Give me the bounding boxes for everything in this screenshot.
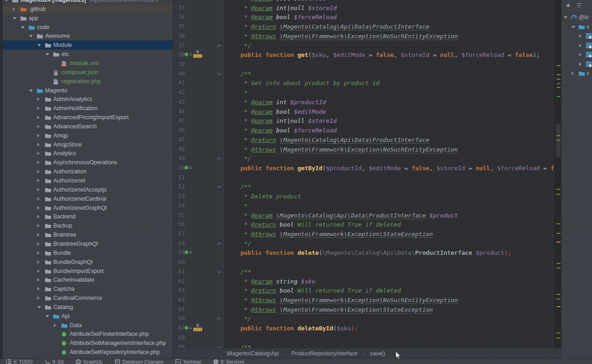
- tree-item-data[interactable]: Data: [3, 321, 173, 330]
- tree-item-analytics[interactable]: Analytics: [3, 149, 173, 158]
- code-line-60[interactable]: 60: [173, 258, 555, 267]
- tree-item-backend[interactable]: Backend: [3, 212, 173, 221]
- code-line-65[interactable]: 65 * @throws \Magento\Framework\Exceptio…: [173, 305, 555, 314]
- implemented-method-icon[interactable]: ↓: [184, 52, 193, 56]
- chevron-expanded-icon[interactable]: [46, 53, 49, 56]
- db-tree-item-lo[interactable]: @lo: [561, 13, 592, 22]
- status-services[interactable]: 8: Services: [213, 359, 245, 364]
- code-line-35[interactable]: 35 * @return \Magento\Catalog\Api\Data\P…: [173, 22, 555, 31]
- chevron-expanded-icon[interactable]: [564, 16, 567, 19]
- chevron-collapsed-icon[interactable]: [37, 251, 40, 255]
- code-line-33[interactable]: 33 * @param int|null $storeId: [173, 3, 555, 13]
- code-line-51[interactable]: 51: [173, 173, 555, 182]
- chevron-collapsed-icon[interactable]: [37, 206, 40, 210]
- bookmark-icon[interactable]: W: [193, 324, 202, 331]
- chevron-collapsed-icon[interactable]: [37, 287, 40, 291]
- tree-item-composer-json[interactable]: {}composer.json: [3, 68, 173, 77]
- chevron-expanded-icon[interactable]: [13, 17, 16, 20]
- code-line-42[interactable]: 42 *: [173, 88, 555, 97]
- chevron-expanded-icon[interactable]: [572, 26, 575, 28]
- chevron-collapsed-icon[interactable]: [37, 152, 40, 155]
- tree-item-etc[interactable]: etc: [3, 50, 173, 59]
- status-database-changes[interactable]: Database Changes: [115, 359, 163, 364]
- tree-item-github[interactable]: .github: [3, 5, 173, 14]
- bookmark-icon[interactable]: W: [193, 51, 202, 58]
- fold-region-start-icon[interactable]: [217, 268, 222, 273]
- implemented-method-icon[interactable]: ↓: [184, 250, 193, 254]
- tree-item-backup[interactable]: Backup: [3, 221, 173, 230]
- code-line-57[interactable]: 57 * @throws \Magento\Framework\Exceptio…: [173, 229, 555, 239]
- code-line-61[interactable]: 61/**: [173, 267, 555, 277]
- code-line-54[interactable]: 54 *: [173, 201, 555, 211]
- chevron-collapsed-icon[interactable]: [13, 7, 15, 11]
- breadcrumb-namespace[interactable]: \Magento\Catalog\Api: [226, 350, 279, 357]
- tree-item-adminnotification[interactable]: AdminNotification: [3, 104, 173, 113]
- code-line-43[interactable]: 43 * @param int $productId: [173, 97, 555, 107]
- chevron-collapsed-icon[interactable]: [579, 34, 582, 38]
- code-line-64[interactable]: 64 * @throws \Magento\Framework\Exceptio…: [173, 295, 555, 305]
- chevron-collapsed-icon[interactable]: [579, 62, 582, 66]
- chevron-collapsed-icon[interactable]: [37, 106, 40, 110]
- db-tree-item-table-3[interactable]: [561, 41, 592, 50]
- code-line-36[interactable]: 36 * @throws \Magento\Framework\Exceptio…: [173, 31, 555, 41]
- code-line-53[interactable]: 53 * Delete product: [173, 192, 555, 201]
- status-todo[interactable]: 6: TODO: [6, 359, 33, 364]
- editor-pane[interactable]: 32 * @param bool $editMode33 * @param in…: [173, 0, 561, 359]
- tree-item-registration-php[interactable]: PHPregistration.php: [3, 77, 173, 86]
- chevron-collapsed-icon[interactable]: [37, 170, 40, 173]
- code-line-69[interactable]: 69/**: [173, 343, 555, 348]
- chevron-collapsed-icon[interactable]: [37, 278, 40, 282]
- chevron-expanded-icon[interactable]: [46, 315, 49, 318]
- code-line-63[interactable]: 63 * @return bool Will returned True if …: [173, 286, 555, 295]
- tree-item-asynchronousoperations[interactable]: AsynchronousOperations: [3, 158, 173, 167]
- tree-item-advancedsearch[interactable]: AdvancedSearch: [3, 122, 173, 131]
- chevron-collapsed-icon[interactable]: [37, 125, 40, 128]
- status-terminal[interactable]: Terminal: [175, 359, 201, 364]
- code-line-34[interactable]: 34 * @param bool $forceReload: [173, 12, 555, 22]
- chevron-collapsed-icon[interactable]: [37, 224, 40, 228]
- tree-item-module-xml[interactable]: XMLmodule.xml: [3, 59, 173, 68]
- breadcrumb-method[interactable]: save(): [370, 350, 385, 357]
- code-line-41[interactable]: 41 * Get info about product by product i…: [173, 78, 555, 88]
- chevron-collapsed-icon[interactable]: [37, 269, 40, 273]
- fold-region-end-icon[interactable]: [217, 157, 222, 162]
- tree-item-authorizenet[interactable]: Authorizenet: [3, 176, 173, 185]
- tree-item-code[interactable]: code: [3, 23, 173, 32]
- db-tree-item-s[interactable]: s: [561, 22, 592, 31]
- chevron-collapsed-icon[interactable]: [37, 197, 40, 201]
- chevron-collapsed-icon[interactable]: [37, 188, 40, 192]
- fold-region-start-icon[interactable]: [217, 184, 222, 188]
- tree-item-bundlegraphql[interactable]: BundleGraphQl: [3, 258, 173, 267]
- tree-item-bundle[interactable]: Bundle: [3, 248, 173, 258]
- chevron-collapsed-icon[interactable]: [37, 233, 40, 237]
- db-tree-item-table-2[interactable]: [561, 31, 592, 40]
- chevron-expanded-icon[interactable]: [37, 306, 41, 308]
- fold-region-end-icon[interactable]: [217, 318, 222, 322]
- chevron-expanded-icon[interactable]: [21, 26, 25, 29]
- chevron-collapsed-icon[interactable]: [572, 71, 574, 75]
- code-line-48[interactable]: 48 * @throws \Magento\Framework\Exceptio…: [173, 145, 555, 154]
- code-line-44[interactable]: 44 * @param bool $editMode: [173, 107, 555, 116]
- tree-item-braintreegraphql[interactable]: BraintreeGraphQl: [3, 239, 173, 248]
- code-line-52[interactable]: 52/**: [173, 182, 555, 192]
- code-line-46[interactable]: 46 * @param bool $forceReload: [173, 126, 555, 135]
- chevron-expanded-icon[interactable]: [5, 0, 8, 1]
- tree-item-amqp[interactable]: Amqp: [3, 131, 173, 140]
- tree-item-captcha[interactable]: Captcha: [3, 284, 173, 293]
- chevron-collapsed-icon[interactable]: [579, 44, 582, 47]
- db-tree-item-table-5[interactable]: [561, 60, 592, 69]
- code-line-49[interactable]: 49 */: [173, 154, 555, 163]
- chevron-collapsed-icon[interactable]: [54, 324, 56, 327]
- breadcrumb-class[interactable]: ProductRepositoryInterface: [291, 350, 357, 357]
- chevron-expanded-icon[interactable]: [29, 35, 33, 37]
- tree-item-catalog[interactable]: Catalog: [3, 303, 173, 312]
- chevron-expanded-icon[interactable]: [29, 90, 33, 92]
- db-tree-item-table-4[interactable]: [561, 50, 592, 59]
- code-line-45[interactable]: 45 * @param int|null $storeId: [173, 116, 555, 126]
- chevron-collapsed-icon[interactable]: [37, 116, 40, 119]
- code-line-62[interactable]: 62 * @param string $sku: [173, 277, 555, 286]
- code-line-59[interactable]: 59↓public function delete(\Magento\Catal…: [173, 248, 555, 258]
- tree-item-authorization[interactable]: Authorization: [3, 167, 173, 176]
- tree-item-api[interactable]: Api: [3, 312, 173, 321]
- chevron-collapsed-icon[interactable]: [37, 242, 40, 246]
